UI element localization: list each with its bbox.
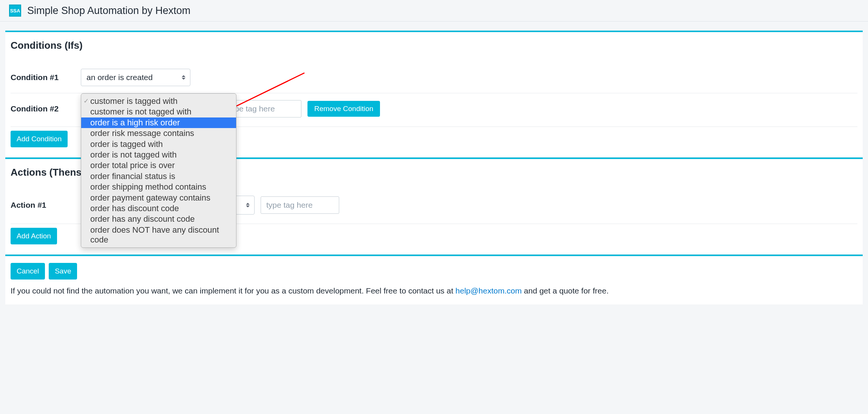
conditions-panel: Conditions (Ifs) Condition #1 an order i… bbox=[5, 31, 863, 158]
dropdown-option[interactable]: order shipping method contains bbox=[81, 182, 236, 192]
select-caret-icon bbox=[182, 75, 185, 80]
action-1-tag-input[interactable] bbox=[261, 196, 339, 214]
condition-2-label: Condition #2 bbox=[11, 104, 75, 113]
footer-panel: Cancel Save If you could not find the au… bbox=[5, 255, 863, 304]
dropdown-option[interactable]: order is tagged with bbox=[81, 139, 236, 150]
add-condition-button[interactable]: Add Condition bbox=[11, 131, 68, 147]
dropdown-option[interactable]: order payment gateway contains bbox=[81, 193, 236, 203]
dropdown-option[interactable]: order is a high risk order bbox=[81, 117, 236, 128]
app-header: SSA Simple Shop Automation by Hextom bbox=[0, 0, 868, 22]
condition-row-1: Condition #1 an order is created bbox=[11, 62, 857, 93]
footer-text-after: and get a quote for free. bbox=[522, 286, 609, 295]
condition-1-select[interactable]: an order is created bbox=[81, 69, 190, 86]
dropdown-option[interactable]: order has any discount code bbox=[81, 214, 236, 224]
app-title: Simple Shop Automation by Hextom bbox=[27, 5, 190, 17]
condition-1-label: Condition #1 bbox=[11, 73, 75, 82]
footer-email-link[interactable]: help@hextom.com bbox=[456, 286, 522, 295]
dropdown-option[interactable]: order has discount code bbox=[81, 203, 236, 214]
dropdown-option[interactable]: order financial status is bbox=[81, 171, 236, 182]
footer-text-before: If you could not find the automation you… bbox=[11, 286, 456, 295]
dropdown-option[interactable]: order risk message contains bbox=[81, 128, 236, 139]
conditions-heading: Conditions (Ifs) bbox=[11, 40, 857, 51]
condition-2-dropdown[interactable]: customer is tagged withcustomer is not t… bbox=[81, 93, 236, 248]
remove-condition-button[interactable]: Remove Condition bbox=[307, 101, 380, 117]
dropdown-option[interactable]: customer is not tagged with bbox=[81, 107, 236, 117]
dropdown-option[interactable]: order is not tagged with bbox=[81, 150, 236, 160]
dropdown-option[interactable]: order total price is over bbox=[81, 160, 236, 171]
save-button[interactable]: Save bbox=[49, 263, 77, 280]
add-action-button[interactable]: Add Action bbox=[11, 228, 57, 244]
dropdown-option[interactable]: customer is tagged with bbox=[81, 96, 236, 107]
action-1-label: Action #1 bbox=[11, 201, 75, 210]
condition-row-2: Condition #2 Remove Condition customer i… bbox=[11, 93, 857, 124]
footer-help-text: If you could not find the automation you… bbox=[11, 286, 857, 295]
cancel-button[interactable]: Cancel bbox=[11, 263, 45, 280]
app-logo: SSA bbox=[9, 5, 21, 17]
condition-1-select-value: an order is created bbox=[86, 73, 153, 82]
select-caret-icon bbox=[246, 203, 250, 207]
dropdown-option[interactable]: order does NOT have any discount code bbox=[81, 225, 236, 246]
